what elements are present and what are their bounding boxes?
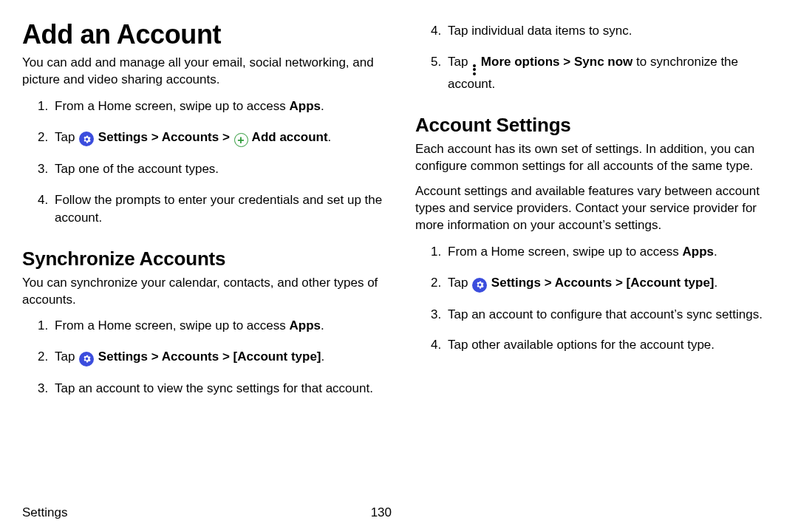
- step-text: From a Home screen, swipe up to access: [55, 318, 289, 332]
- sync-steps: From a Home screen, swipe up to access A…: [22, 317, 383, 397]
- step-text: Tap: [448, 276, 471, 290]
- step-text: Tap: [55, 130, 78, 144]
- add-account-label: Add account: [249, 130, 328, 144]
- left-column: Add an Account You can add and manage al…: [22, 19, 383, 411]
- list-item: From a Home screen, swipe up to access A…: [52, 98, 383, 115]
- step-text: .: [321, 318, 324, 332]
- list-item: From a Home screen, swipe up to access A…: [52, 317, 383, 335]
- list-item: Tap other available options for the acco…: [445, 336, 776, 354]
- step-text: From a Home screen, swipe up to access: [448, 245, 682, 259]
- sync-intro: You can synchronize your calendar, conta…: [22, 275, 383, 309]
- footer-section: Settings: [22, 505, 67, 520]
- list-item: Tap one of the account types.: [52, 160, 383, 178]
- settings-label: Settings: [488, 276, 541, 290]
- apps-label: Apps: [289, 318, 321, 332]
- more-options-icon: [473, 64, 476, 75]
- sep: >: [219, 349, 233, 364]
- step-text: .: [321, 349, 325, 364]
- accounts-label: Accounts: [555, 276, 612, 290]
- sep: >: [148, 130, 162, 144]
- accounts-label: Accounts: [162, 130, 219, 144]
- sep: >: [560, 55, 574, 69]
- gear-icon: [472, 278, 487, 293]
- accounts-label: Accounts: [162, 349, 219, 364]
- list-item: Tap Settings > Accounts > [Account type]…: [445, 274, 776, 293]
- sync-steps-continued: Tap individual data items to sync. Tap M…: [415, 22, 776, 93]
- step-text: Tap: [448, 55, 471, 69]
- settings-label: Settings: [95, 349, 148, 364]
- sep: >: [219, 130, 233, 144]
- sep: >: [612, 276, 626, 290]
- more-options-label: More options: [477, 55, 559, 69]
- list-item: From a Home screen, swipe up to access A…: [445, 243, 776, 261]
- step-text: .: [714, 245, 717, 259]
- account-type-label: [Account type]: [627, 276, 715, 290]
- footer-page-number: 130: [371, 505, 392, 520]
- settings-label: Settings: [95, 130, 148, 144]
- account-settings-heading: Account Settings: [415, 114, 776, 137]
- list-item: Tap an account to configure that account…: [445, 306, 776, 324]
- sep: >: [148, 349, 162, 364]
- account-type-label: [Account type]: [233, 349, 321, 364]
- right-column: Tap individual data items to sync. Tap M…: [415, 19, 776, 411]
- step-text: .: [715, 276, 718, 290]
- list-item: Tap individual data items to sync.: [445, 22, 776, 40]
- apps-label: Apps: [289, 99, 321, 113]
- acct-p2: Account settings and available features …: [415, 183, 776, 234]
- step-text: Tap: [55, 349, 78, 364]
- page-title: Add an Account: [22, 19, 383, 50]
- list-item: Tap Settings > Accounts > + Add account.: [52, 129, 383, 148]
- list-item: Tap Settings > Accounts > [Account type]…: [52, 348, 383, 366]
- account-settings-steps: From a Home screen, swipe up to access A…: [415, 243, 776, 354]
- intro-text: You can add and manage all your email, s…: [22, 55, 383, 89]
- sync-now-label: Sync now: [574, 55, 632, 69]
- step-text: From a Home screen, swipe up to access: [55, 99, 289, 113]
- gear-icon: [79, 352, 94, 366]
- list-item: Tap an account to view the sync settings…: [52, 380, 383, 398]
- acct-p1: Each account has its own set of settings…: [415, 141, 776, 175]
- page-footer: Settings 130: [22, 505, 392, 520]
- list-item: Tap More options > Sync now to synchroni…: [445, 53, 776, 93]
- gear-icon: [79, 132, 94, 146]
- step-text: .: [328, 130, 332, 144]
- list-item: Follow the prompts to enter your credent…: [52, 191, 383, 227]
- add-account-steps: From a Home screen, swipe up to access A…: [22, 98, 383, 227]
- step-text: .: [321, 99, 324, 113]
- sync-heading: Synchronize Accounts: [22, 248, 383, 270]
- apps-label: Apps: [682, 245, 714, 259]
- plus-icon: +: [234, 133, 248, 147]
- sep: >: [541, 276, 555, 290]
